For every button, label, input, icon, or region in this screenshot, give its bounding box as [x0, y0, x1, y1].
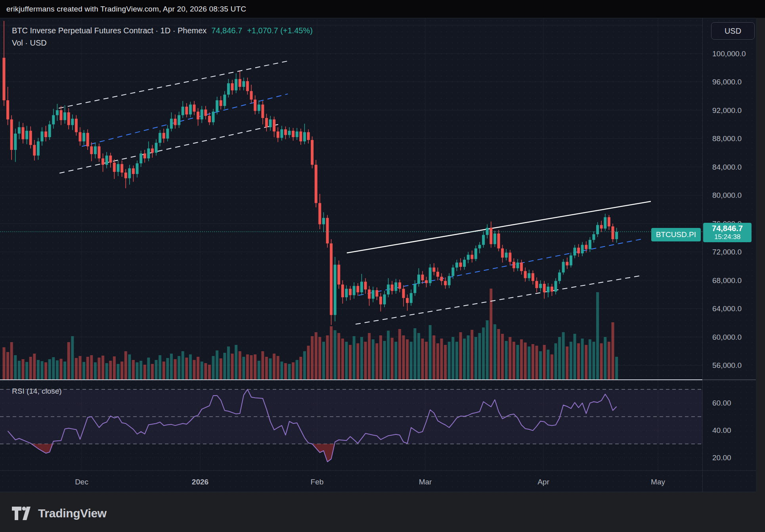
volume-bar [201, 362, 203, 380]
candle-body [417, 275, 420, 284]
candle-body [432, 268, 435, 272]
candle-body [82, 133, 85, 141]
channel-1-upper-trendline [59, 61, 288, 108]
volume-bar [197, 357, 199, 380]
volume-bar [337, 333, 340, 380]
bar-countdown: 15:24:38 [703, 233, 752, 241]
price-axis-label: 56,000.0 [712, 361, 742, 369]
candle-body [516, 262, 519, 268]
volume-bar [478, 333, 481, 380]
volume-bar [596, 292, 599, 380]
volume-bar [394, 342, 397, 380]
candle-body [185, 107, 188, 115]
volume-bar [581, 339, 584, 380]
volume-bar [140, 361, 142, 380]
candle-body [455, 262, 458, 268]
candle-body [166, 128, 169, 138]
candle-body [585, 245, 587, 249]
volume-bar [132, 360, 135, 380]
candle-body [41, 132, 44, 142]
last-price-axis-label: 74,846.7 15:24:38 [703, 223, 752, 242]
price-axis-label: 92,000.0 [712, 106, 742, 115]
volume-bar [551, 354, 553, 380]
volume-bar [117, 364, 120, 380]
volume-bar [467, 335, 470, 380]
volume-bar [56, 360, 59, 380]
candle-body [543, 284, 546, 292]
symbol-legend[interactable]: BTC Inverse Perpetual Futures Contract ·… [12, 26, 313, 35]
candle-body [292, 131, 295, 137]
volume-bar [383, 341, 386, 380]
volume-bar [216, 350, 218, 380]
candle-body [448, 276, 451, 285]
candle-body [566, 262, 568, 266]
candle-body [539, 284, 542, 288]
currency-toggle-button[interactable]: USD [711, 22, 755, 40]
candle-body [296, 132, 298, 137]
candle-body [174, 119, 177, 125]
volume-bar [113, 356, 116, 380]
candle-body [493, 233, 496, 244]
volume-bar [470, 330, 473, 380]
volume-bar [307, 346, 310, 380]
volume-bar [417, 333, 420, 380]
candle-body [44, 132, 47, 137]
volume-bar [432, 335, 435, 380]
volume-bar [79, 356, 82, 380]
candle-body [258, 105, 260, 111]
time-axis-label: Mar [419, 478, 432, 486]
volume-legend[interactable]: Vol · USD [12, 38, 47, 48]
candle-body [368, 289, 371, 299]
candle-body [67, 112, 70, 125]
candle-body [596, 225, 599, 234]
candle-body [463, 260, 466, 267]
candle-body [147, 149, 150, 159]
candle-body [406, 298, 409, 303]
candle-body [345, 289, 348, 297]
volume-bar [128, 354, 131, 380]
tradingview-logo[interactable]: TradingView [12, 507, 107, 520]
volume-bar [159, 355, 161, 380]
volume-bar [182, 351, 184, 380]
rsi-indicator-label[interactable]: RSI (14, close) [12, 387, 62, 396]
volume-bar [220, 358, 222, 380]
volume-bar [558, 337, 561, 380]
volume-bar [402, 335, 405, 380]
chart-area[interactable]: 100,000.096,000.092,000.088,000.084,000.… [0, 18, 756, 492]
volume-bar [143, 365, 146, 380]
volume-bar [474, 337, 477, 380]
volume-bar [303, 351, 306, 380]
volume-bar [513, 342, 515, 380]
rsi-oversold-fill [8, 444, 617, 462]
volume-bar [86, 357, 89, 380]
volume-bar [482, 327, 485, 380]
volume-bar [29, 357, 32, 380]
candle-body [520, 262, 523, 271]
candle-body [551, 287, 553, 292]
volume-bar [612, 322, 614, 380]
candle-body [413, 284, 416, 293]
legend-title[interactable]: BTC Inverse Perpetual Futures Contract ·… [12, 26, 207, 35]
volume-bar [166, 358, 169, 380]
candle-body [394, 282, 397, 291]
candlestick-layer [3, 21, 618, 325]
chart-canvas[interactable]: 100,000.096,000.092,000.088,000.084,000.… [0, 18, 756, 492]
candle-body [33, 145, 36, 156]
tradingview-wordmark: TradingView [38, 507, 107, 520]
candle-body [10, 119, 13, 150]
candle-body [231, 83, 234, 90]
candle-body [52, 115, 55, 124]
candle-body [421, 275, 424, 280]
legend-change: +1,070.7 (+1.45%) [247, 26, 313, 35]
candle-body [593, 234, 595, 240]
volume-bar [124, 351, 127, 380]
volume-bar [615, 357, 618, 380]
volume-bar [547, 350, 549, 380]
symbol-price-flag[interactable]: BTCUSD.PI [651, 228, 701, 241]
volume-bar [284, 363, 287, 380]
volume-bar [44, 362, 47, 380]
candle-body [334, 265, 337, 315]
volume-bar [265, 357, 268, 380]
volume-bar [322, 342, 325, 380]
volume-bar [391, 338, 394, 380]
